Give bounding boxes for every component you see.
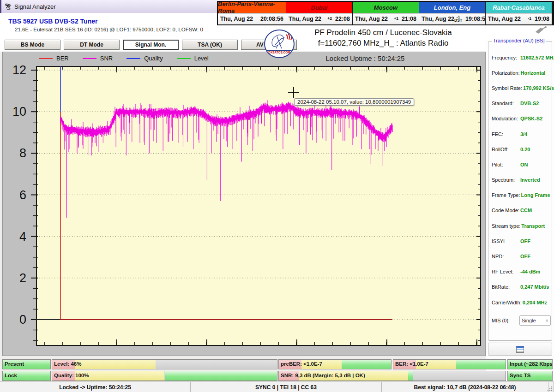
bar-quality: Quality: 100% — [52, 371, 277, 381]
resize-grip[interactable] — [548, 382, 554, 392]
bar-label: Level: 46% — [54, 360, 81, 368]
transponder-row: Standard:DVB-S2 — [492, 96, 551, 111]
tab-signal-mon-[interactable]: Signal Mon. — [123, 40, 179, 50]
chart-tooltip: 2024-08-22 05.10.07, value: 10,800000190… — [294, 98, 414, 106]
bar-level: Level: 46% — [52, 359, 277, 369]
transponder-groupbox: Transponder (AU) [BS] Frequency:11602,57… — [488, 41, 552, 341]
grip-dots-icon — [547, 386, 553, 392]
bar-lock: Lock — [2, 371, 51, 381]
transponder-row: RollOff:0.20 — [492, 142, 551, 157]
transponder-row: Pilot:ON — [492, 157, 551, 172]
mode-tabs: BS ModeDT ModeSignal Mon.TSA (OK)AV Play… — [5, 40, 297, 50]
stream-capture-button[interactable] — [488, 343, 552, 356]
svg-text:10: 10 — [12, 105, 26, 119]
transponder-row: Spectrum:Inverted — [492, 172, 551, 188]
transponder-row: Polarization:Horizontal — [492, 65, 551, 80]
clock-city-header: Dubai — [286, 2, 352, 13]
transponder-row: Symbol Rate:170,992 KS/s — [492, 80, 551, 95]
transponder-row: BitRate:0,247 Mbit/s — [492, 279, 551, 295]
bar-present: Present — [2, 359, 51, 369]
tab-tsa-ok-[interactable]: TSA (OK) — [182, 40, 238, 50]
clock-city-header: Rabat-Casablanca — [486, 2, 552, 13]
bar-label: SNR: 9,3 dB (Margin: 5,3 dB | OK) — [281, 371, 365, 380]
statusbar-sync-counters: SYNC 0 | TEI 18 | CC 63 — [191, 382, 382, 392]
world-clocks: Berlin-Paris-Vienna-RomaDubaiMoscowLondo… — [217, 1, 554, 25]
bar-label: preBER: <1.0E-7 — [281, 360, 322, 368]
bar-preber: preBER: <1.0E-7 — [278, 359, 391, 369]
transponder-row: Code Mode:CCM — [492, 203, 551, 218]
svg-text:12: 12 — [12, 63, 26, 77]
status-bar: Locked -> Uptime: 50:24:25 SYNC 0 | TEI … — [0, 381, 554, 392]
transponder-rows: Frequency:11602,572 MHzPolarization:Hori… — [492, 50, 551, 328]
statusbar-best-signal: Best signal: 10,7 dB (2024-08-22 06:48) — [382, 382, 548, 392]
logo-text: DXSATCS.COM — [265, 50, 293, 54]
statusbar-uptime: Locked -> Uptime: 50:24:25 — [0, 382, 191, 392]
satellite-dish-icon — [4, 3, 12, 10]
transponder-row: RF Level:-44 dBm — [492, 264, 551, 279]
logo-dish-art — [266, 32, 293, 50]
svg-text:0: 0 — [19, 313, 26, 327]
svg-text:4: 4 — [19, 230, 26, 244]
transponder-row: CarrierWidth:0,204 MHz — [492, 295, 551, 310]
clock-city-header: London, Eng — [419, 2, 485, 13]
transponder-title: Transponder (AU) [BS] — [492, 38, 546, 43]
tab-dt-mode[interactable]: DT Mode — [64, 40, 120, 50]
transponder-row: Frequency:11602,572 MHz — [492, 50, 551, 65]
clock-time-cell: Thu, Aug 22-1DST19:08:56 — [419, 13, 485, 24]
clock-time-cell: Thu, Aug 2220:08:56 — [218, 13, 286, 24]
transponder-row: Modulation:QPSK-S2 — [492, 111, 551, 126]
site-description: PF Prodelin 450 cm / Lucenec-Slovakia — [282, 28, 485, 37]
bar-label: BER: <1.0E-7 — [395, 360, 428, 368]
signal-chart-panel: BERSNRQualityLevel Locked Uptime : 50:24… — [2, 52, 486, 356]
tuner-title: TBS 5927 USB DVB-S2 Tuner — [8, 18, 97, 25]
tab-bs-mode[interactable]: BS Mode — [5, 40, 60, 50]
clock-time-cell: Thu, Aug 22+222:08 — [286, 13, 352, 24]
mis-row: MIS (0):Single∨ — [492, 313, 551, 328]
clock-city-header: Moscow — [353, 2, 419, 13]
clock-time-cell: Thu, Aug 22-119:08 — [486, 13, 552, 24]
bar-label: Lock — [5, 371, 17, 380]
transponder-row: Stream type:Transport — [492, 218, 551, 233]
svg-text:6: 6 — [19, 188, 26, 202]
stream-file-icon — [516, 346, 524, 353]
signal-plot[interactable]: 024681012 — [3, 52, 485, 356]
svg-text:8: 8 — [19, 146, 26, 160]
dxsatcs-logo: DXSATCS.COM — [264, 30, 295, 58]
transponder-row: Frame Type:Long Frame — [492, 188, 551, 203]
chevron-down-icon: ∨ — [545, 318, 548, 323]
clock-time-cell: Thu, Aug 22+121:08 — [353, 13, 419, 24]
bar-label: Quality: 100% — [54, 371, 89, 380]
transponder-row: ISSYIOFF — [492, 233, 551, 249]
mis-select[interactable]: Single∨ — [519, 315, 551, 326]
transponder-row: FEC:3/4 — [492, 126, 551, 142]
transponder-panel: Transponder (AU) [BS] Frequency:11602,57… — [486, 39, 554, 381]
tuner-details: 21.6E - Eutelsat 21B SES 16 (ID: 0216) @… — [15, 27, 203, 32]
satellite-icon — [535, 25, 548, 35]
svg-text:2: 2 — [19, 271, 26, 285]
bar-snr: SNR: 9,3 dB (Margin: 5,3 dB | OK) — [278, 371, 506, 381]
frequency-channel-label: f=11602,760 MHz_H_ : Atlantis Radio — [295, 39, 471, 48]
clock-city-header: Berlin-Paris-Vienna-Roma — [218, 2, 286, 13]
transponder-row: NPD:OFF — [492, 249, 551, 264]
bar-label: Present — [5, 360, 24, 368]
window-title: Signal Analyzer — [14, 3, 56, 10]
